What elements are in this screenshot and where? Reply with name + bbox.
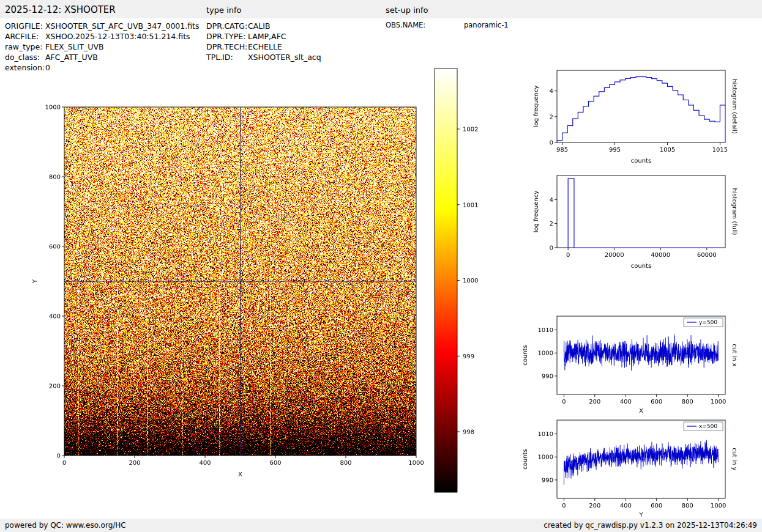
info-value: LAMP,AFC xyxy=(248,31,286,42)
info-label: ORIGFILE: xyxy=(5,21,45,31)
cut-in-x-plot xyxy=(517,309,762,422)
histogram-full-plot xyxy=(523,166,762,283)
info-label: ARCFILE: xyxy=(5,31,45,42)
info-label: do_class: xyxy=(5,52,45,62)
info-value: CALIB xyxy=(248,21,271,31)
info-label: extension: xyxy=(5,62,45,73)
info-value: XSHOOTER_SLT_AFC_UVB_347_0001.fits xyxy=(45,21,200,31)
info-row-doclass: do_class: AFC_ATT_UVB xyxy=(5,52,200,62)
info-label: OBS.NAME: xyxy=(386,20,464,31)
info-row-obsname: OBS.NAME: panoramic-1 xyxy=(386,20,509,31)
info-value: 0 xyxy=(45,62,50,73)
page-title: 2025-12-12: XSHOOTER xyxy=(5,4,116,15)
type-info-block: DPR.CATG: CALIB DPR.TYPE: LAMP,AFC DPR.T… xyxy=(206,21,321,62)
setup-info-block: OBS.NAME: panoramic-1 xyxy=(386,20,509,31)
info-value: XSHOO.2025-12-13T03:40:51.214.fits xyxy=(45,31,190,42)
info-row-dprtech: DPR.TECH: ECHELLE xyxy=(206,42,321,52)
info-value: panoramic-1 xyxy=(464,20,509,31)
info-label: DPR.TECH: xyxy=(206,42,248,52)
file-info-block: ORIGFILE: XSHOOTER_SLT_AFC_UVB_347_0001.… xyxy=(5,21,200,73)
histogram-detail-plot xyxy=(523,61,762,177)
footer-credit-left: powered by QC: www.eso.org/HC xyxy=(5,521,126,530)
footer-bar: powered by QC: www.eso.org/HC created by… xyxy=(0,519,762,532)
info-label: raw_type: xyxy=(5,42,45,52)
info-row-rawtype: raw_type: FLEX_SLIT_UVB xyxy=(5,42,200,52)
info-row-extension: extension: 0 xyxy=(5,62,200,73)
info-row-origfile: ORIGFILE: XSHOOTER_SLT_AFC_UVB_347_0001.… xyxy=(5,21,200,31)
info-value: FLEX_SLIT_UVB xyxy=(45,42,104,52)
info-row-dprtype: DPR.TYPE: LAMP,AFC xyxy=(206,31,321,42)
info-row-tplid: TPL.ID: XSHOOTER_slt_acq xyxy=(206,52,321,62)
info-label: DPR.CATG: xyxy=(206,21,248,31)
qc-report-page: 2025-12-12: XSHOOTER type info set-up in… xyxy=(0,0,762,532)
info-value: ECHELLE xyxy=(248,42,282,52)
colorbar xyxy=(428,61,499,504)
detector-image-plot xyxy=(24,92,428,492)
info-value: XSHOOTER_slt_acq xyxy=(248,52,321,62)
setup-info-heading: set-up info xyxy=(386,6,428,15)
header-bar: 2025-12-12: XSHOOTER type info set-up in… xyxy=(0,0,762,18)
info-label: TPL.ID: xyxy=(206,52,248,62)
info-row-dprcatg: DPR.CATG: CALIB xyxy=(206,21,321,31)
info-label: DPR.TYPE: xyxy=(206,31,248,42)
info-value: AFC_ATT_UVB xyxy=(45,52,98,62)
footer-credit-right: created by qc_rawdisp.py v1.2.3 on 2025-… xyxy=(543,521,757,530)
info-row-arcfile: ARCFILE: XSHOO.2025-12-13T03:40:51.214.f… xyxy=(5,31,200,42)
cut-in-y-plot xyxy=(517,414,762,527)
type-info-heading: type info xyxy=(206,6,242,15)
